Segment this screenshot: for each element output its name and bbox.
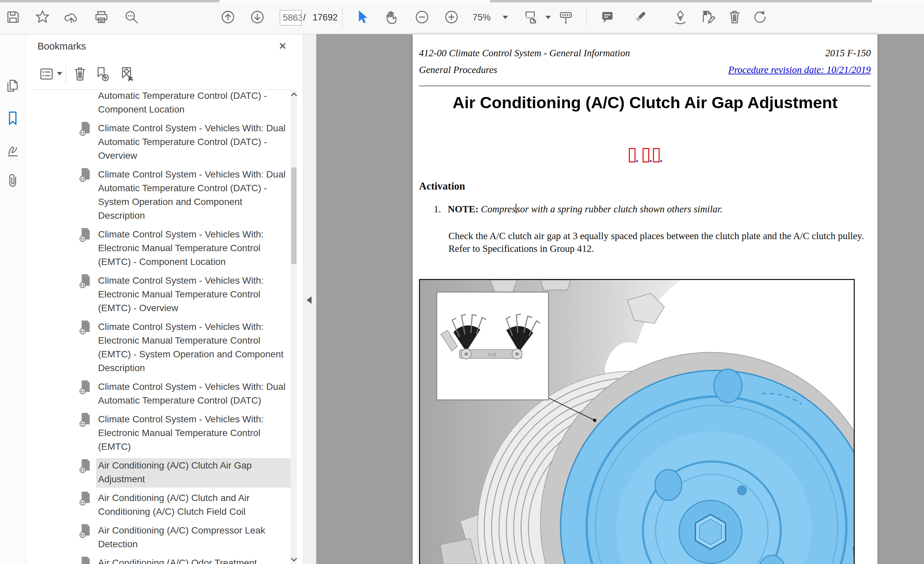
bookmark-page-icon xyxy=(79,412,92,427)
attachments-icon[interactable] xyxy=(5,173,20,188)
page-fit-icon[interactable] xyxy=(523,9,538,25)
bookmark-item-label[interactable]: Climate Control System - Vehicles With: … xyxy=(96,319,291,376)
goto-current-bookmark-icon[interactable] xyxy=(118,66,135,83)
rotate-icon[interactable] xyxy=(752,9,768,25)
bookmark-item-label[interactable]: Climate Control System - Vehicles With: … xyxy=(96,167,291,224)
window-top-edge-highlight xyxy=(872,0,924,2)
bookmark-item[interactable]: Climate Control System - Vehicles With: … xyxy=(79,90,291,118)
annotation-mark xyxy=(650,161,652,162)
bookmark-item-label[interactable]: Air Conditioning (A/C) Clutch and Air Co… xyxy=(96,491,291,520)
bookmarks-panel-icon[interactable] xyxy=(5,111,20,126)
annotation-mark xyxy=(660,161,662,162)
missing-glyph-box xyxy=(642,148,649,162)
page-thumbnails-icon[interactable] xyxy=(5,78,20,94)
bookmark-item-label[interactable]: Climate Control System - Vehicles With: … xyxy=(96,121,291,164)
bookmark-item[interactable]: Climate Control System - Vehicles With: … xyxy=(79,121,291,164)
select-tool-icon[interactable] xyxy=(354,9,369,25)
bookmark-page-icon xyxy=(79,319,92,335)
page-separator: / xyxy=(303,10,306,25)
search-icon[interactable] xyxy=(124,9,139,25)
bookmarks-panel: Bookmarks ✕ Climate Control System - Veh… xyxy=(26,34,297,564)
bookmark-item[interactable]: Air Conditioning (A/C) Odor Treatment xyxy=(79,556,291,564)
page-fit-caret-icon[interactable] xyxy=(546,16,551,19)
share-upload-icon[interactable] xyxy=(64,9,79,25)
bookmark-options-icon[interactable] xyxy=(38,66,55,83)
scroll-down-icon[interactable] xyxy=(291,555,297,561)
organize-pages-icon[interactable] xyxy=(700,9,716,25)
bookmarks-panel-title: Bookmarks xyxy=(38,41,86,52)
delete-icon[interactable] xyxy=(727,9,742,25)
bookmark-page-icon xyxy=(79,227,92,242)
bookmark-item-label[interactable]: Climate Control System - Vehicles With: … xyxy=(96,273,291,316)
bookmark-item-label[interactable]: Climate Control System - Vehicles With: … xyxy=(96,227,291,270)
scroll-up-icon[interactable] xyxy=(291,92,297,98)
delete-bookmark-icon[interactable] xyxy=(72,66,88,83)
pdf-page: 412-00 Climate Control System - General … xyxy=(412,34,878,564)
star-icon[interactable] xyxy=(35,9,50,25)
page-total: 17692 xyxy=(313,10,338,25)
panel-collapse-icon[interactable] xyxy=(306,296,312,304)
bookmark-item[interactable]: Air Conditioning (A/C) Clutch and Air Co… xyxy=(79,491,291,520)
doc-header-left: 412-00 Climate Control System - General … xyxy=(419,48,630,59)
close-icon[interactable]: ✕ xyxy=(279,40,287,52)
panel-toolbar-divider xyxy=(66,65,66,84)
bookmark-item[interactable]: Climate Control System - Vehicles With: … xyxy=(79,412,291,455)
doc-header-right: 2015 F-150 xyxy=(825,48,871,59)
page-title: Air Conditioning (A/C) Clutch Air Gap Ad… xyxy=(412,93,878,112)
bookmark-page-icon xyxy=(79,523,92,538)
highlight-icon[interactable] xyxy=(633,9,648,25)
page-number-input[interactable]: 5863 xyxy=(280,10,302,26)
bookmark-item-label[interactable]: Climate Control System - Vehicles With: … xyxy=(96,412,291,455)
step-1: 1.NOTE: Compressor with a spring rubber … xyxy=(434,204,723,215)
bookmark-item-label[interactable]: Climate Control System - Vehicles With: … xyxy=(96,379,291,409)
comment-icon[interactable] xyxy=(600,9,615,25)
hand-tool-icon[interactable] xyxy=(384,9,400,25)
procedure-revision-link[interactable]: Procedure revision date: 10/21/2019 xyxy=(728,64,871,75)
bookmark-options-caret-icon[interactable] xyxy=(57,72,62,75)
bookmark-page-icon xyxy=(79,491,92,506)
bookmark-item[interactable]: Air Conditioning (A/C) Compressor Leak D… xyxy=(79,523,291,553)
zoom-dropdown-caret-icon[interactable] xyxy=(502,16,508,19)
print-icon[interactable] xyxy=(94,9,109,25)
zoom-out-icon[interactable] xyxy=(414,9,430,25)
bookmark-item-label[interactable]: Climate Control System - Vehicles With: … xyxy=(96,90,291,118)
section-heading: Activation xyxy=(419,180,465,192)
bookmark-item[interactable]: Climate Control System - Vehicles With: … xyxy=(79,319,291,376)
note-text: Compressor with a spring rubber clutch s… xyxy=(481,204,723,214)
bookmark-item[interactable]: Climate Control System - Vehicles With: … xyxy=(79,227,291,270)
bookmark-page-icon xyxy=(79,167,92,182)
signatures-icon[interactable] xyxy=(5,142,20,157)
window-top-edge-highlight xyxy=(219,0,490,2)
document-area: 412-00 Climate Control System - General … xyxy=(316,34,924,564)
add-bookmark-icon[interactable] xyxy=(94,66,111,83)
panel-splitter[interactable] xyxy=(297,34,303,564)
left-rail xyxy=(0,34,26,564)
bookmark-item[interactable]: Climate Control System - Vehicles With: … xyxy=(79,167,291,224)
read-mode-icon[interactable] xyxy=(558,9,574,25)
scrollbar-thumb[interactable] xyxy=(291,167,297,264)
bookmarks-list: Climate Control System - Vehicles With: … xyxy=(26,90,291,564)
fill-sign-icon[interactable] xyxy=(673,9,688,25)
bookmark-item[interactable]: Climate Control System - Vehicles With: … xyxy=(79,379,291,409)
next-page-icon[interactable] xyxy=(250,9,265,25)
bookmark-page-icon xyxy=(79,379,92,395)
toolbar-divider xyxy=(342,7,342,27)
body-paragraph: Check the A/C clutch air gap at 3 equall… xyxy=(448,229,873,255)
figure-illustration: .0 M. xyxy=(420,280,855,564)
note-label: NOTE: xyxy=(448,204,478,214)
bookmark-item[interactable]: Air Conditioning (A/C) Clutch Air Gap Ad… xyxy=(79,458,291,488)
panel-divider xyxy=(31,89,292,90)
zoom-level-value[interactable]: 75% xyxy=(472,10,490,25)
bookmark-page-icon xyxy=(79,121,92,136)
annotation-mark xyxy=(636,161,638,162)
bookmarks-scrollbar[interactable] xyxy=(291,90,297,564)
bookmark-item-label[interactable]: Air Conditioning (A/C) Compressor Leak D… xyxy=(96,523,291,553)
bookmark-item[interactable]: Climate Control System - Vehicles With: … xyxy=(79,273,291,316)
save-icon[interactable] xyxy=(5,9,21,25)
step-number: 1. xyxy=(434,204,448,215)
previous-page-icon[interactable] xyxy=(220,9,236,25)
zoom-in-icon[interactable] xyxy=(444,9,459,25)
doc-subheader-left: General Procedures xyxy=(419,64,497,75)
bookmark-item-label[interactable]: Air Conditioning (A/C) Odor Treatment xyxy=(96,556,291,564)
bookmark-item-label[interactable]: Air Conditioning (A/C) Clutch Air Gap Ad… xyxy=(96,458,291,488)
